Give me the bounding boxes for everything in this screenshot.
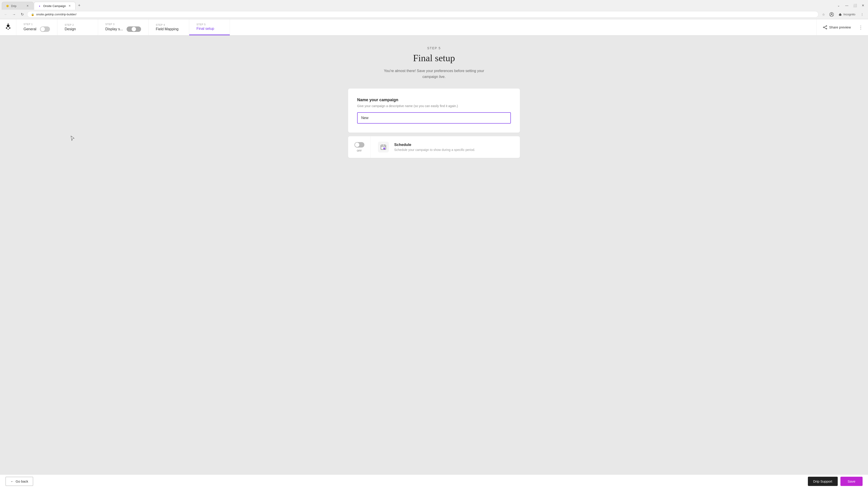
svg-line-11: [824, 26, 826, 27]
step-3-toggle[interactable]: [127, 26, 141, 32]
schedule-desc: Schedule your campaign to show during a …: [394, 148, 513, 152]
step-2-title: Design: [65, 27, 91, 31]
browser-chrome: 🙂 Drip ✕ ● Onsite Campaign ✕ + ⌄ — ⬜ ✕ ←…: [0, 0, 868, 19]
step-4-title: Field Mapping: [156, 27, 182, 31]
close-btn[interactable]: ✕: [860, 2, 866, 8]
tab-bar-right: ⌄ — ⬜ ✕: [835, 2, 866, 9]
onsite-tab-favicon: ●: [38, 4, 41, 8]
restore-btn[interactable]: ⬜: [852, 2, 858, 8]
schedule-card: OFF Schedule Schedule your campaign to s…: [348, 136, 520, 158]
go-back-label: Go back: [16, 480, 28, 483]
svg-point-4: [7, 24, 9, 27]
new-tab-button[interactable]: +: [76, 2, 82, 9]
campaign-name-input[interactable]: [357, 112, 511, 124]
url-bar[interactable]: 🔒 onsite.getdrip.com/drip-builder/: [27, 11, 818, 18]
svg-point-6: [9, 27, 10, 29]
logo-area[interactable]: [0, 19, 16, 35]
share-icon: [823, 25, 827, 30]
svg-rect-13: [381, 145, 386, 150]
schedule-toggle-label: OFF: [357, 149, 362, 152]
tab-bar: 🙂 Drip ✕ ● Onsite Campaign ✕ + ⌄ — ⬜ ✕: [0, 0, 868, 10]
incognito-label: Incognito: [843, 13, 855, 16]
drip-tab-favicon: 🙂: [6, 4, 9, 8]
go-back-button[interactable]: ← Go back: [5, 477, 33, 486]
step-2-design[interactable]: STEP 2 Design: [57, 19, 98, 35]
step-4-field-mapping[interactable]: STEP 4 Field Mapping: [149, 19, 189, 35]
tab-drip[interactable]: 🙂 Drip ✕: [2, 2, 33, 10]
step-3-label: STEP 3: [105, 23, 141, 26]
drip-tab-label: Drip: [11, 4, 17, 8]
drip-support-button[interactable]: Drip Support: [808, 477, 838, 486]
incognito-badge[interactable]: Incognito: [837, 12, 857, 17]
svg-point-5: [6, 27, 7, 29]
svg-point-8: [826, 26, 827, 26]
lock-icon: 🔒: [31, 13, 34, 16]
tab-onsite[interactable]: ● Onsite Campaign ✕: [34, 2, 75, 10]
drip-logo: [3, 23, 13, 32]
name-campaign-card: Name your campaign Give your campaign a …: [348, 89, 520, 133]
bookmark-button[interactable]: ☆: [820, 11, 827, 18]
address-bar-right: ☆ Incognito ⋮: [820, 11, 865, 18]
svg-point-1: [831, 13, 832, 14]
page-subtitle: You're almost there! Save your preferenc…: [384, 68, 484, 79]
step-1-general[interactable]: STEP 1 General: [16, 19, 57, 35]
svg-point-3: [839, 13, 841, 15]
svg-point-9: [823, 27, 824, 28]
schedule-content: Schedule Schedule your campaign to show …: [371, 136, 520, 158]
back-button[interactable]: ←: [3, 11, 9, 18]
step-3-title: Display s...: [105, 27, 123, 31]
bottom-bar: ← Go back Drip Support Save: [0, 475, 868, 488]
onsite-tab-close[interactable]: ✕: [68, 4, 72, 8]
tab-list-btn[interactable]: ⌄: [835, 2, 842, 8]
minimize-btn[interactable]: —: [844, 2, 850, 8]
share-preview-label: Share preview: [829, 25, 851, 29]
step-4-label: STEP 4: [156, 24, 182, 26]
profile-button[interactable]: [829, 11, 835, 18]
more-options-button[interactable]: ⋮: [857, 24, 864, 31]
url-text: onsite.getdrip.com/drip-builder/: [36, 13, 76, 16]
schedule-text-area: Schedule Schedule your campaign to show …: [394, 142, 513, 152]
bottom-right-actions: Drip Support Save: [808, 477, 863, 486]
save-button[interactable]: Save: [840, 477, 863, 486]
schedule-toggle[interactable]: [354, 142, 364, 148]
schedule-title: Schedule: [394, 142, 513, 147]
step-indicator: STEP 5: [427, 46, 441, 50]
step-3-display[interactable]: STEP 3 Display s...: [98, 19, 149, 35]
step-5-title: Final setup: [196, 27, 222, 31]
step-1-label: STEP 1: [24, 23, 50, 26]
forward-button[interactable]: →: [11, 11, 17, 18]
go-back-arrow-icon: ←: [10, 480, 14, 483]
svg-line-12: [824, 28, 826, 29]
drip-tab-close[interactable]: ✕: [26, 4, 30, 8]
step-1-title: General: [24, 27, 36, 31]
share-preview-button[interactable]: Share preview: [820, 24, 854, 31]
svg-point-7: [8, 29, 8, 30]
schedule-icon: [378, 142, 389, 153]
header-right: Share preview ⋮: [816, 19, 868, 35]
step-5-label: STEP 5: [196, 23, 222, 26]
reload-button[interactable]: ↻: [19, 11, 25, 18]
app-header: STEP 1 General STEP 2 Design STEP 3 Disp…: [0, 19, 868, 35]
address-bar: ← → ↻ 🔒 onsite.getdrip.com/drip-builder/…: [0, 10, 868, 19]
name-campaign-desc: Give your campaign a descriptive name (s…: [357, 104, 511, 108]
svg-point-10: [826, 28, 827, 29]
extension-btn[interactable]: ⋮: [859, 11, 865, 18]
page-title: Final setup: [413, 53, 455, 64]
name-campaign-title: Name your campaign: [357, 98, 511, 102]
schedule-toggle-area: OFF: [348, 136, 371, 158]
steps-nav: STEP 1 General STEP 2 Design STEP 3 Disp…: [16, 19, 816, 35]
step-5-final-setup[interactable]: STEP 5 Final setup: [189, 19, 230, 35]
onsite-tab-label: Onsite Campaign: [43, 4, 66, 8]
step-2-label: STEP 2: [65, 24, 91, 26]
step-1-toggle[interactable]: [40, 26, 50, 32]
main-content: STEP 5 Final setup You're almost there! …: [0, 35, 868, 488]
